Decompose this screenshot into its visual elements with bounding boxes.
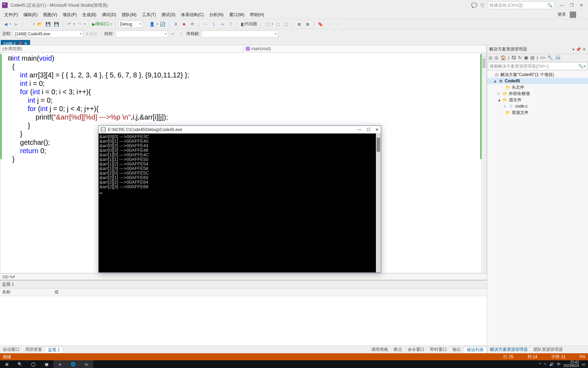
sign-in-link[interactable]: 登录 xyxy=(558,12,566,17)
splitter-icon[interactable] xyxy=(482,53,486,57)
watch-col-value[interactable]: 值 xyxy=(52,288,61,296)
stop-debug-button[interactable]: ■ xyxy=(181,20,188,28)
console-close[interactable]: ✕ xyxy=(375,127,379,132)
menu-build[interactable]: 生成(B) xyxy=(79,12,99,18)
tree-solution-node[interactable]: ◳解决方案"Code45"(1 个项目) xyxy=(487,71,588,78)
sync-icon[interactable]: 🗘 xyxy=(511,55,516,60)
nav-back-button[interactable]: ◀ xyxy=(2,20,9,28)
menu-team[interactable]: 团队(M) xyxy=(119,12,139,18)
step-into-button[interactable]: ⤵ xyxy=(210,20,217,28)
uncomment-button[interactable]: ≣ xyxy=(304,20,311,28)
toolbox1-button[interactable]: ⬚ xyxy=(264,20,271,28)
step-over-button[interactable]: ⤼ xyxy=(219,20,226,28)
editor-scrollbar[interactable] xyxy=(482,53,486,273)
tab-callstack[interactable]: 调用堆栈 xyxy=(369,347,391,353)
user-avatar-icon[interactable] xyxy=(570,12,576,18)
close-button[interactable]: ✕ xyxy=(577,2,586,9)
notifications-icon[interactable]: ▽ xyxy=(481,2,484,8)
watch-body[interactable] xyxy=(0,296,487,346)
home-fwd-icon[interactable]: ◎ xyxy=(495,55,498,60)
tab-solution-explorer[interactable]: 解决方案资源管理器 xyxy=(487,347,531,353)
tab-breakpoints[interactable]: 断点 xyxy=(391,347,405,353)
menu-file[interactable]: 文件(F) xyxy=(1,12,21,18)
nav-fwd-button[interactable]: ▶ xyxy=(13,20,20,28)
zoom-combo[interactable]: 100 % xyxy=(2,275,13,279)
process-dropdown-button[interactable]: 👤 xyxy=(149,20,156,28)
bookmark-button[interactable]: 🔖 xyxy=(317,20,324,28)
tray-notification-icon[interactable]: ▭ xyxy=(582,362,585,367)
tab-output[interactable]: 输出 xyxy=(450,347,464,353)
tree-extern-folder[interactable]: ▷📁外部依赖项 xyxy=(487,90,588,97)
save-button[interactable]: 💾 xyxy=(44,20,51,28)
panel-close-icon[interactable]: ✕ xyxy=(582,47,586,52)
feedback-icon[interactable]: 💬 xyxy=(471,2,477,8)
solution-search-input[interactable]: 搜索解决方案资源管理器(Ctrl+;) 🔍▾ xyxy=(488,62,587,70)
menu-test[interactable]: 测试(S) xyxy=(159,12,178,18)
tray-clock[interactable]: 23:422023/8/24 xyxy=(564,361,579,368)
tree-resource-folder[interactable]: 📁资源文件 xyxy=(487,109,588,116)
menu-analyze[interactable]: 分析(N) xyxy=(206,12,226,18)
config-combo[interactable]: Debug▾ xyxy=(118,21,143,28)
preview-icon[interactable]: ▭ xyxy=(555,55,561,60)
maximize-button[interactable]: ❐ xyxy=(567,2,576,9)
tree-project-node[interactable]: ◢⧉Code45 xyxy=(487,78,588,84)
suspend-button[interactable]: ⏸ 挂起 xyxy=(84,30,98,38)
home-back-icon[interactable]: ◎ xyxy=(489,55,492,60)
show-next-stmt-button[interactable]: ↪ xyxy=(202,20,209,28)
tab-watch1[interactable]: 监视 1 xyxy=(45,347,63,353)
refresh-icon[interactable]: ↻ xyxy=(518,55,522,60)
stackframe-combo[interactable]: ▾ xyxy=(201,30,278,38)
tab-team-explorer[interactable]: 团队资源管理器 xyxy=(531,347,566,353)
new-project-button[interactable]: 📄 xyxy=(26,20,33,28)
tab-errorlist[interactable]: 错误列表 xyxy=(464,347,487,353)
show-all-icon[interactable]: ▤ xyxy=(530,55,534,60)
continue-button[interactable]: ▶ 继续(C) xyxy=(91,20,110,28)
minimize-button[interactable]: — xyxy=(557,2,566,9)
scope-combo[interactable]: (全局范围) xyxy=(0,46,244,52)
tab-command[interactable]: 命令窗口 xyxy=(405,347,427,353)
thread-flag-button[interactable]: × xyxy=(178,30,185,38)
restart-button[interactable]: ⟳ xyxy=(189,20,196,28)
tray-network-icon[interactable]: ⌔ xyxy=(544,362,546,366)
open-file-button[interactable]: 📂 xyxy=(36,20,43,28)
step-out-button[interactable]: ⤴ xyxy=(227,20,234,28)
menu-window[interactable]: 窗口(W) xyxy=(226,12,247,18)
console-minimize[interactable]: — xyxy=(357,127,362,132)
undo-button[interactable]: ↶ xyxy=(66,20,73,28)
taskview-button[interactable]: ▦ xyxy=(40,360,53,368)
menu-debug[interactable]: 调试(D) xyxy=(99,12,119,18)
tab-locals[interactable]: 局部变量 xyxy=(22,347,45,353)
comment-button[interactable]: ≣ xyxy=(296,20,303,28)
menu-help[interactable]: 帮助(H) xyxy=(247,12,267,18)
home-icon[interactable]: 🏠 xyxy=(500,55,506,60)
codemap-button[interactable]: ◧ 代码图 xyxy=(240,20,258,28)
tree-file-code[interactable]: ▷Ccode.c xyxy=(487,103,588,109)
menu-project[interactable]: 项目(P) xyxy=(60,12,79,18)
thread-filter-button[interactable]: ▼ xyxy=(169,30,176,38)
thread-combo[interactable]: ▾ xyxy=(115,30,168,38)
save-all-button[interactable]: 💾 xyxy=(53,20,60,28)
redo-button[interactable]: ↷ xyxy=(76,20,83,28)
tree-headers-folder[interactable]: 📁头文件 xyxy=(487,84,588,90)
thread-dropdown-button[interactable]: 🔃 xyxy=(159,20,166,28)
tray-ime[interactable]: 中 xyxy=(557,362,561,367)
toolbox2-button[interactable]: ⬚ xyxy=(274,20,281,28)
console-window[interactable]: C:\ E:\NCRE C\Code45\Debug\Code45.exe — … xyxy=(98,125,381,273)
chevron-down-icon[interactable]: ▾ xyxy=(13,274,15,279)
solution-tree[interactable]: ◳解决方案"Code45"(1 个项目) ◢⧉Code45 📁头文件 ▷📁外部依… xyxy=(487,71,588,346)
console-titlebar[interactable]: C:\ E:\NCRE C\Code45\Debug\Code45.exe — … xyxy=(99,126,381,134)
tray-volume-icon[interactable]: 🔊 xyxy=(549,362,554,367)
toolbox3-button[interactable]: ⬚ xyxy=(283,20,290,28)
menu-edit[interactable]: 编辑(E) xyxy=(21,12,40,18)
task-console[interactable]: ▭ xyxy=(80,360,93,368)
start-button[interactable]: ⊞ xyxy=(0,360,13,368)
panel-pin-icon[interactable]: 📌 xyxy=(576,47,581,52)
format-button[interactable]: 𝄐 xyxy=(326,20,332,28)
task-vs[interactable]: ◈ xyxy=(53,360,66,368)
menu-tools[interactable]: 工具(T) xyxy=(139,12,159,18)
tree-source-folder[interactable]: ◢📁源文件 xyxy=(487,97,588,103)
process-combo[interactable]: [1468] Code45.exe▾ xyxy=(13,30,83,38)
quick-launch-input[interactable]: 快速启动 (Ctrl+Q) 🔍 xyxy=(488,1,554,9)
watch-col-name[interactable]: 名称 xyxy=(0,288,52,296)
format2-button[interactable]: 𝄐 xyxy=(334,20,341,28)
